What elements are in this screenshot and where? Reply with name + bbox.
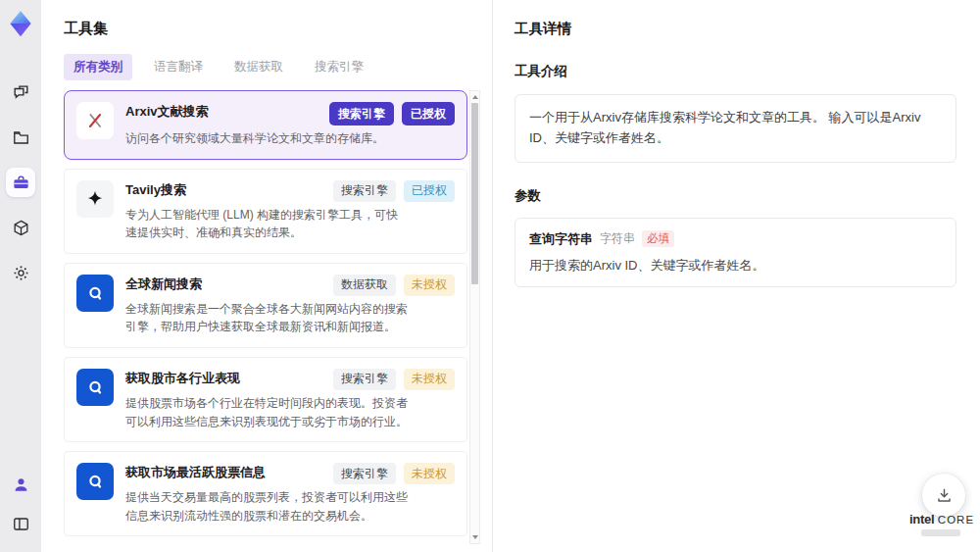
- app-logo-icon: [6, 9, 35, 38]
- tab-search-engine[interactable]: 搜索引擎: [305, 54, 373, 80]
- status-badge: 未授权: [404, 463, 455, 484]
- tool-title: 获取市场最活跃股票信息: [125, 463, 266, 481]
- tool-card-most-active-stocks[interactable]: 获取市场最活跃股票信息 搜索引擎 未授权 提供当天交易量最高的股票列表，投资者可…: [64, 451, 467, 536]
- tool-card-tavily[interactable]: Tavily搜索 搜索引擎 已授权 专为人工智能代理 (LLM) 构建的搜索引擎…: [64, 169, 467, 254]
- arxiv-logo-icon: [76, 102, 114, 139]
- params-heading: 参数: [514, 187, 956, 205]
- category-badge: 搜索引擎: [329, 102, 394, 125]
- tool-description: 专为人工智能代理 (LLM) 构建的搜索引擎工具，可快速提供实时、准确和真实的结…: [125, 206, 408, 242]
- tool-description: 提供当天交易量最高的股票列表，投资者可以利用这些信息来识别流动性强的股票和潜在的…: [125, 488, 408, 525]
- sidebar-item-chat[interactable]: [6, 77, 35, 107]
- tool-title: 获取股市各行业表现: [125, 369, 240, 387]
- category-badge: 搜索引擎: [333, 180, 396, 202]
- list-scrollbar[interactable]: [469, 90, 480, 544]
- folder-icon: [12, 128, 30, 147]
- param-description: 用于搜索的Arxiv ID、关键字或作者姓名。: [529, 257, 942, 275]
- toolbox-icon: [12, 174, 30, 192]
- scrollbar-thumb[interactable]: [471, 103, 478, 284]
- tool-title: Arxiv文献搜索: [125, 102, 209, 121]
- brand-intel: intel: [909, 512, 934, 527]
- tool-description: 提供股票市场各个行业在特定时间段内的表现。投资者可以利用这些信息来识别表现优于或…: [125, 394, 408, 430]
- tab-language-translation[interactable]: 语言翻译: [144, 54, 213, 80]
- panel-toggle-icon: [12, 515, 30, 533]
- category-badge: 数据获取: [333, 275, 396, 296]
- chat-icon: [12, 83, 30, 102]
- intro-heading: 工具介绍: [514, 63, 956, 80]
- sidebar-item-settings[interactable]: [6, 258, 35, 287]
- tab-data-fetch[interactable]: 数据获取: [224, 54, 293, 80]
- param-name: 查询字符串: [529, 230, 593, 248]
- tool-card-arxiv[interactable]: Arxiv文献搜索 搜索引擎 已授权 访问各个研究领域大量科学论文和文章的存储库…: [64, 90, 467, 160]
- user-icon: [12, 476, 30, 494]
- category-badge: 搜索引擎: [333, 463, 396, 484]
- sidebar-item-tools[interactable]: [6, 168, 35, 197]
- status-badge: 已授权: [404, 180, 455, 202]
- param-required-badge: 必填: [642, 230, 674, 247]
- category-badge: 搜索引擎: [333, 369, 396, 390]
- tool-card-global-news[interactable]: 全球新闻搜索 数据获取 未授权 全球新闻搜索是一个聚合全球各大新闻网站内容的搜索…: [64, 263, 467, 348]
- sidebar-item-account[interactable]: [6, 470, 35, 499]
- left-rail: [0, 0, 41, 552]
- scroll-up-arrow-icon[interactable]: [470, 92, 479, 102]
- scroll-down-arrow-icon[interactable]: [470, 532, 479, 542]
- brand-core: CORE: [938, 514, 974, 526]
- detail-title: 工具详情: [514, 20, 956, 38]
- news-app-logo-icon: [76, 369, 114, 406]
- tab-all-categories[interactable]: 所有类别: [64, 54, 132, 80]
- tool-description: 访问各个研究领域大量科学论文和文章的存储库。: [125, 129, 408, 148]
- param-card: 查询字符串 字符串 必填 用于搜索的Arxiv ID、关键字或作者姓名。: [514, 218, 956, 287]
- news-app-logo-icon: [76, 275, 114, 312]
- status-badge: 已授权: [402, 102, 455, 125]
- intel-core-badge: intel CORE: [909, 512, 972, 536]
- intel-sub-badge: [921, 529, 960, 536]
- tool-card-sector-performance[interactable]: 获取股市各行业表现 搜索引擎 未授权 提供股票市场各个行业在特定时间段内的表现。…: [64, 357, 467, 442]
- tool-title: Tavily搜索: [125, 180, 186, 199]
- tavily-logo-icon: [76, 180, 114, 218]
- status-badge: 未授权: [404, 369, 455, 390]
- category-tabs: 所有类别 语言翻译 数据获取 搜索引擎: [64, 54, 492, 80]
- download-button[interactable]: [922, 474, 965, 517]
- sidebar-item-files[interactable]: [6, 123, 35, 152]
- tool-detail-panel: 工具详情 工具介绍 一个用于从Arxiv存储库搜索科学论文和文章的工具。 输入可…: [492, 0, 980, 552]
- cube-icon: [12, 219, 30, 237]
- param-type: 字符串: [600, 230, 635, 247]
- tool-description: 全球新闻搜索是一个聚合全球各大新闻网站内容的搜索引擎，帮助用户快速获取全球最新资…: [125, 300, 408, 336]
- tool-list: Arxiv文献搜索 搜索引擎 已授权 访问各个研究领域大量科学论文和文章的存储库…: [64, 90, 467, 544]
- sidebar-item-panel-toggle[interactable]: [6, 509, 35, 538]
- sidebar-item-models[interactable]: [6, 213, 35, 242]
- gear-icon: [12, 264, 30, 282]
- tool-list-panel: 工具集 所有类别 语言翻译 数据获取 搜索引擎 Arxiv文献搜索: [41, 0, 492, 552]
- page-title: 工具集: [64, 20, 492, 38]
- status-badge: 未授权: [404, 275, 455, 296]
- tool-title: 全球新闻搜索: [125, 275, 202, 293]
- intro-box: 一个用于从Arxiv存储库搜索科学论文和文章的工具。 输入可以是Arxiv ID…: [514, 94, 956, 163]
- download-icon: [935, 486, 954, 505]
- news-app-logo-icon: [76, 463, 114, 500]
